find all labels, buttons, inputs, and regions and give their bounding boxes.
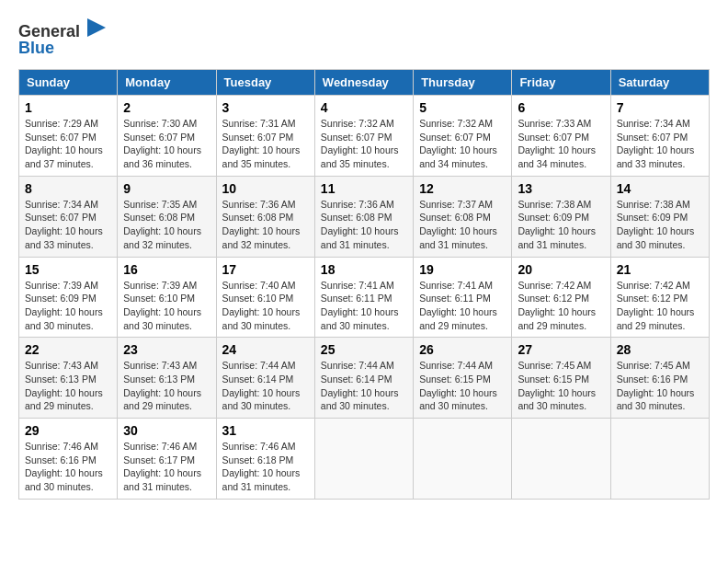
day-number: 12: [419, 181, 506, 196]
calendar-week-2: 8 Sunrise: 7:34 AMSunset: 6:07 PMDayligh…: [19, 176, 710, 257]
calendar-cell: [414, 419, 512, 500]
svg-marker-2: [87, 18, 106, 37]
calendar-cell: 16 Sunrise: 7:39 AMSunset: 6:10 PMDaylig…: [118, 257, 216, 338]
day-number: 15: [25, 262, 111, 277]
day-number: 20: [518, 262, 604, 277]
calendar-cell: 9 Sunrise: 7:35 AMSunset: 6:08 PMDayligh…: [118, 176, 216, 257]
calendar-cell: 26 Sunrise: 7:44 AMSunset: 6:15 PMDaylig…: [414, 338, 512, 419]
calendar-header-monday: Monday: [118, 70, 216, 96]
calendar-cell: 7 Sunrise: 7:34 AMSunset: 6:07 PMDayligh…: [610, 96, 709, 177]
calendar-week-3: 15 Sunrise: 7:39 AMSunset: 6:09 PMDaylig…: [19, 257, 710, 338]
day-info: Sunrise: 7:44 AMSunset: 6:15 PMDaylight:…: [419, 360, 497, 411]
calendar-cell: 12 Sunrise: 7:37 AMSunset: 6:08 PMDaylig…: [414, 176, 512, 257]
day-number: 23: [123, 342, 210, 357]
day-number: 18: [321, 262, 407, 277]
calendar-cell: 24 Sunrise: 7:44 AMSunset: 6:14 PMDaylig…: [216, 338, 314, 419]
logo: General Blue: [18, 18, 110, 60]
calendar-cell: 2 Sunrise: 7:30 AMSunset: 6:07 PMDayligh…: [118, 96, 216, 177]
calendar-cell: 11 Sunrise: 7:36 AMSunset: 6:08 PMDaylig…: [314, 176, 413, 257]
day-info: Sunrise: 7:34 AMSunset: 6:07 PMDaylight:…: [617, 118, 695, 169]
day-info: Sunrise: 7:41 AMSunset: 6:11 PMDaylight:…: [419, 280, 497, 331]
day-number: 28: [617, 342, 703, 357]
calendar-week-4: 22 Sunrise: 7:43 AMSunset: 6:13 PMDaylig…: [19, 338, 710, 419]
calendar-cell: 21 Sunrise: 7:42 AMSunset: 6:12 PMDaylig…: [610, 257, 709, 338]
day-number: 27: [518, 342, 604, 357]
day-info: Sunrise: 7:29 AMSunset: 6:07 PMDaylight:…: [25, 118, 103, 169]
calendar-cell: 14 Sunrise: 7:38 AMSunset: 6:09 PMDaylig…: [610, 176, 709, 257]
day-number: 8: [25, 181, 111, 196]
day-info: Sunrise: 7:45 AMSunset: 6:15 PMDaylight:…: [518, 360, 596, 411]
calendar-body: 1 Sunrise: 7:29 AMSunset: 6:07 PMDayligh…: [19, 96, 710, 500]
calendar-cell: 5 Sunrise: 7:32 AMSunset: 6:07 PMDayligh…: [414, 96, 512, 177]
day-number: 13: [518, 181, 604, 196]
day-info: Sunrise: 7:35 AMSunset: 6:08 PMDaylight:…: [123, 199, 201, 250]
calendar-cell: [512, 419, 610, 500]
calendar-header-friday: Friday: [512, 70, 610, 96]
day-number: 5: [419, 100, 506, 115]
day-number: 9: [123, 181, 210, 196]
day-info: Sunrise: 7:46 AMSunset: 6:18 PMDaylight:…: [222, 441, 301, 492]
day-number: 17: [222, 262, 309, 277]
calendar-week-1: 1 Sunrise: 7:29 AMSunset: 6:07 PMDayligh…: [19, 96, 710, 177]
day-info: Sunrise: 7:30 AMSunset: 6:07 PMDaylight:…: [123, 118, 201, 169]
day-number: 14: [617, 181, 703, 196]
calendar-cell: 6 Sunrise: 7:33 AMSunset: 6:07 PMDayligh…: [512, 96, 610, 177]
calendar-week-5: 29 Sunrise: 7:46 AMSunset: 6:16 PMDaylig…: [19, 419, 710, 500]
day-info: Sunrise: 7:38 AMSunset: 6:09 PMDaylight:…: [617, 199, 695, 250]
calendar-cell: 17 Sunrise: 7:40 AMSunset: 6:10 PMDaylig…: [216, 257, 314, 338]
calendar-cell: [610, 419, 709, 500]
day-number: 31: [222, 423, 309, 438]
calendar-cell: 19 Sunrise: 7:41 AMSunset: 6:11 PMDaylig…: [414, 257, 512, 338]
day-number: 29: [25, 423, 111, 438]
calendar-cell: 10 Sunrise: 7:36 AMSunset: 6:08 PMDaylig…: [216, 176, 314, 257]
day-info: Sunrise: 7:33 AMSunset: 6:07 PMDaylight:…: [518, 118, 596, 169]
day-number: 19: [419, 262, 506, 277]
day-number: 21: [617, 262, 703, 277]
day-number: 26: [419, 342, 506, 357]
day-info: Sunrise: 7:46 AMSunset: 6:17 PMDaylight:…: [123, 441, 201, 492]
calendar-header-tuesday: Tuesday: [216, 70, 314, 96]
calendar-header-sunday: Sunday: [19, 70, 118, 96]
calendar-cell: 4 Sunrise: 7:32 AMSunset: 6:07 PMDayligh…: [314, 96, 413, 177]
day-info: Sunrise: 7:38 AMSunset: 6:09 PMDaylight:…: [518, 199, 596, 250]
day-info: Sunrise: 7:44 AMSunset: 6:14 PMDaylight:…: [222, 360, 301, 411]
calendar-cell: 3 Sunrise: 7:31 AMSunset: 6:07 PMDayligh…: [216, 96, 314, 177]
day-info: Sunrise: 7:32 AMSunset: 6:07 PMDaylight:…: [419, 118, 497, 169]
day-info: Sunrise: 7:41 AMSunset: 6:11 PMDaylight:…: [321, 280, 399, 331]
day-info: Sunrise: 7:45 AMSunset: 6:16 PMDaylight:…: [617, 360, 695, 411]
day-info: Sunrise: 7:37 AMSunset: 6:08 PMDaylight:…: [419, 199, 497, 250]
calendar-header-thursday: Thursday: [414, 70, 512, 96]
calendar-cell: 31 Sunrise: 7:46 AMSunset: 6:18 PMDaylig…: [216, 419, 314, 500]
day-number: 10: [222, 181, 309, 196]
day-number: 3: [222, 100, 309, 115]
day-info: Sunrise: 7:44 AMSunset: 6:14 PMDaylight:…: [321, 360, 399, 411]
day-info: Sunrise: 7:43 AMSunset: 6:13 PMDaylight:…: [25, 360, 103, 411]
calendar-cell: 25 Sunrise: 7:44 AMSunset: 6:14 PMDaylig…: [314, 338, 413, 419]
day-info: Sunrise: 7:34 AMSunset: 6:07 PMDaylight:…: [25, 199, 103, 250]
calendar-cell: 27 Sunrise: 7:45 AMSunset: 6:15 PMDaylig…: [512, 338, 610, 419]
page-header: General Blue: [18, 18, 710, 60]
day-number: 24: [222, 342, 309, 357]
calendar-cell: [314, 419, 413, 500]
day-info: Sunrise: 7:43 AMSunset: 6:13 PMDaylight:…: [123, 360, 201, 411]
calendar-table: SundayMondayTuesdayWednesdayThursdayFrid…: [18, 69, 710, 500]
calendar-cell: 18 Sunrise: 7:41 AMSunset: 6:11 PMDaylig…: [314, 257, 413, 338]
day-info: Sunrise: 7:36 AMSunset: 6:08 PMDaylight:…: [222, 199, 301, 250]
day-number: 11: [321, 181, 407, 196]
calendar-cell: 23 Sunrise: 7:43 AMSunset: 6:13 PMDaylig…: [118, 338, 216, 419]
day-info: Sunrise: 7:40 AMSunset: 6:10 PMDaylight:…: [222, 280, 301, 331]
calendar-header-wednesday: Wednesday: [314, 70, 413, 96]
day-number: 4: [321, 100, 407, 115]
calendar-cell: 1 Sunrise: 7:29 AMSunset: 6:07 PMDayligh…: [19, 96, 118, 177]
day-number: 30: [123, 423, 210, 438]
day-number: 25: [321, 342, 407, 357]
calendar-header-saturday: Saturday: [610, 70, 709, 96]
day-info: Sunrise: 7:36 AMSunset: 6:08 PMDaylight:…: [321, 199, 399, 250]
day-number: 16: [123, 262, 210, 277]
day-info: Sunrise: 7:42 AMSunset: 6:12 PMDaylight:…: [518, 280, 596, 331]
day-info: Sunrise: 7:42 AMSunset: 6:12 PMDaylight:…: [617, 280, 695, 331]
day-number: 6: [518, 100, 604, 115]
day-info: Sunrise: 7:31 AMSunset: 6:07 PMDaylight:…: [222, 118, 301, 169]
calendar-cell: 20 Sunrise: 7:42 AMSunset: 6:12 PMDaylig…: [512, 257, 610, 338]
calendar-cell: 29 Sunrise: 7:46 AMSunset: 6:16 PMDaylig…: [19, 419, 118, 500]
